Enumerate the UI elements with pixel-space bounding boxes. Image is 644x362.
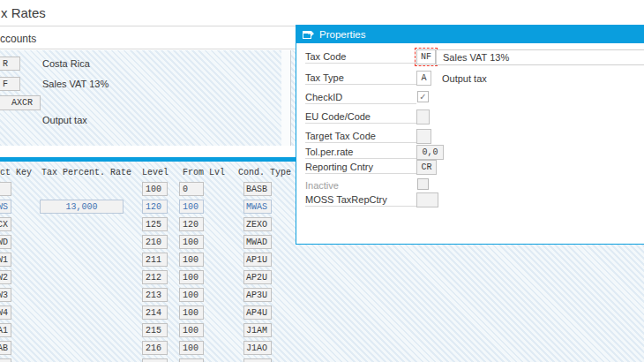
acct-key-cell[interactable]: CX	[0, 217, 11, 231]
target-tax-code-label: Target Tax Code	[305, 129, 416, 143]
acct-key-cell[interactable]	[0, 182, 11, 196]
target-tax-code-input[interactable]	[416, 129, 431, 144]
from-level-cell[interactable]: 120	[179, 217, 204, 231]
acct-key-cell[interactable]: WD	[0, 235, 11, 249]
reporting-cntry-input[interactable]: CR	[416, 160, 437, 175]
tax-type-label: Output tax	[42, 115, 87, 125]
from-level-cell[interactable]: 0	[179, 182, 204, 196]
level-cell[interactable]: 212	[142, 270, 168, 284]
properties-dialog: Properties Tax Code NF Sales VAT 13% Tax…	[296, 25, 644, 245]
level-cell[interactable]: 211	[142, 253, 168, 267]
table-top-accent-line	[0, 157, 296, 162]
moss-label: MOSS TaxRepCtry	[305, 192, 416, 207]
from-level-cell[interactable]: 100	[179, 253, 204, 267]
cond-type-cell[interactable]: AP3U	[243, 288, 272, 302]
tax-type-label: Tax Type	[305, 71, 416, 85]
level-cell[interactable]: 213	[142, 288, 168, 302]
level-cell[interactable]: 210	[142, 235, 168, 249]
dialog-titlebar[interactable]: Properties	[296, 26, 644, 43]
table-row: WD 210 100 MWAD	[0, 235, 296, 253]
checkid-checkbox[interactable]: ✓	[417, 91, 429, 102]
acct-key-cell[interactable]: W1	[0, 253, 11, 267]
acct-key-cell[interactable]: W2	[0, 270, 11, 284]
inactive-checkbox[interactable]	[417, 178, 429, 190]
row-moss: MOSS TaxRepCtry	[296, 192, 644, 209]
level-cell[interactable]: 215	[142, 323, 168, 337]
from-level-cell[interactable]: 100	[179, 323, 204, 337]
from-level-cell[interactable]: 100	[179, 200, 204, 214]
cond-type-cell[interactable]: AP2U	[243, 270, 272, 284]
row-tax-type: Tax Type A Output tax	[296, 71, 644, 87]
acct-key-cell[interactable]: AB	[0, 341, 11, 355]
level-cell[interactable]: 216	[142, 341, 168, 355]
cond-type-cell[interactable]: AP4U	[243, 305, 272, 320]
level-cell[interactable]: 120	[142, 200, 168, 214]
cond-type-cell[interactable]: MWAD	[243, 235, 272, 249]
tax-type-input[interactable]: A	[416, 71, 431, 86]
inactive-label: Inactive	[305, 177, 416, 192]
country-name-label: Costa Rica	[42, 58, 90, 69]
level-cell[interactable]: 125	[142, 217, 168, 231]
tax-code-label: Tax Code	[305, 49, 416, 64]
from-level-cell[interactable]	[179, 358, 204, 362]
acct-key-cell[interactable]	[0, 358, 11, 362]
eu-code-input[interactable]	[416, 109, 430, 124]
from-level-cell[interactable]: 100	[179, 288, 204, 302]
col-header-tax-rate: Tax Percent. Rate	[41, 168, 131, 177]
table-row: WS 13,000 120 100 MWAS	[0, 200, 296, 217]
from-level-cell[interactable]: 100	[179, 341, 204, 355]
tol-per-rate-label: Tol.per.rate	[305, 145, 416, 159]
tax-code-description-label: Sales VAT 13%	[42, 79, 109, 89]
table-row: AB 216 100 J1AO	[0, 341, 296, 358]
properties-icon	[303, 30, 314, 40]
cond-type-cell[interactable]: J1AO	[243, 341, 272, 355]
cond-type-cell[interactable]	[243, 358, 272, 362]
level-cell[interactable]	[142, 358, 168, 362]
table-row: W2 212 100 AP2U	[0, 270, 296, 288]
acct-key-cell[interactable]: W3	[0, 288, 11, 302]
procedure-field[interactable]: AXCR	[0, 95, 41, 110]
table-row: 100 0 BASB	[0, 182, 296, 200]
section-title: ccounts	[0, 33, 36, 45]
acct-key-cell[interactable]: A1	[0, 323, 11, 337]
from-level-cell[interactable]: 100	[179, 270, 204, 284]
cond-type-cell[interactable]: BASB	[243, 182, 272, 196]
tax-type-desc-text: Output tax	[442, 73, 487, 84]
tax-code-field[interactable]: F	[0, 77, 20, 91]
vertical-scrollbar[interactable]	[281, 50, 291, 157]
table-row: W3 213 100 AP3U	[0, 288, 296, 305]
table-row: CX 125 120 ZEXO	[0, 217, 296, 235]
acct-key-cell[interactable]: WS	[0, 200, 11, 214]
from-level-cell[interactable]: 100	[179, 305, 204, 320]
eu-code-label: EU Code/Code	[305, 109, 416, 124]
level-cell[interactable]: 100	[142, 182, 168, 196]
cond-type-cell[interactable]: MWAS	[243, 200, 272, 214]
sap-tax-rates-screen: x Rates ccounts R Costa Rica F Sales VAT…	[0, 0, 644, 362]
tax-rate-cell[interactable]: 13,000	[40, 200, 124, 214]
col-header-cond-type: Cond. Type	[238, 168, 291, 177]
row-reporting-cntry: Reporting Cntry CR	[296, 160, 644, 177]
country-field[interactable]: R	[0, 57, 20, 71]
col-header-level: Level	[142, 168, 168, 177]
checkid-label: CheckID	[305, 90, 416, 104]
tol-per-rate-input[interactable]: 0,0	[416, 145, 444, 160]
table-row: W4 214 100 AP4U	[0, 305, 296, 323]
spacer-band	[0, 146, 296, 157]
tax-code-desc-field: Sales VAT 13%	[436, 49, 644, 65]
cond-type-cell[interactable]: J1AM	[243, 323, 272, 337]
acct-key-cell[interactable]: W4	[0, 305, 11, 320]
row-tax-code: Tax Code NF Sales VAT 13%	[296, 49, 644, 66]
cond-type-cell[interactable]: ZEXO	[243, 217, 272, 231]
cond-type-cell[interactable]: AP1U	[243, 253, 272, 267]
moss-input[interactable]	[416, 192, 438, 207]
from-level-cell[interactable]: 100	[179, 235, 204, 249]
col-header-acct-key: ct Key	[0, 168, 32, 177]
level-cell[interactable]: 214	[142, 305, 168, 320]
table-row: W1 211 100 AP1U	[0, 253, 296, 270]
check-icon: ✓	[419, 93, 426, 102]
table-row	[0, 358, 296, 362]
row-target-tax-code: Target Tax Code	[296, 129, 644, 146]
tax-code-input[interactable]: NF	[416, 49, 436, 64]
reporting-cntry-label: Reporting Cntry	[305, 160, 416, 174]
row-eu-code: EU Code/Code	[296, 109, 644, 126]
